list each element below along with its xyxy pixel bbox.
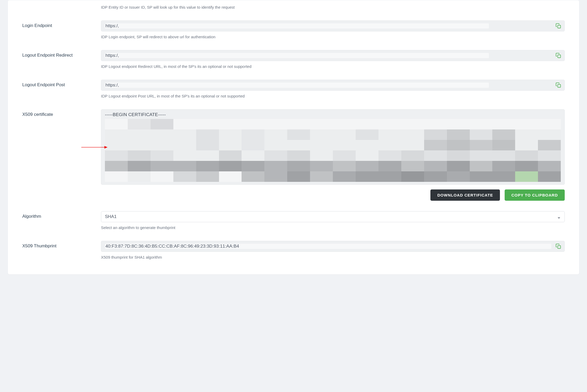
login-endpoint-value: https:/, — [105, 23, 489, 29]
entity-id-help: IDP Entity ID or Issuer ID, SP will look… — [22, 4, 565, 10]
page-background: IDP Entity ID or Issuer ID, SP will look… — [0, 0, 587, 282]
logout-post-value: https:/, — [105, 83, 489, 88]
logout-redirect-help: IDP Logout endpoint Redirect URL, in mos… — [101, 64, 565, 69]
logout-redirect-label: Logout Endpoint Redirect — [22, 50, 101, 58]
logout-post-help: IDP Logout endpoint Post URL, in most of… — [101, 93, 565, 99]
logout-redirect-field: https:/, — [101, 50, 565, 61]
x509-cert-redacted-body — [105, 119, 561, 182]
copy-icon[interactable] — [556, 53, 561, 58]
algorithm-value: SHA1 — [105, 214, 116, 219]
algorithm-select[interactable]: SHA1 — [101, 211, 565, 222]
algorithm-row: Algorithm SHA1 Select an algorithm to ge… — [22, 211, 565, 230]
x509-thumbprint-value: 40:F3:87:7D:8C:36:4D:B5:CC:CB:AF:8C:96:4… — [105, 244, 551, 249]
x509-thumbprint-field: 40:F3:87:7D:8C:36:4D:B5:CC:CB:AF:8C:96:4… — [101, 241, 565, 252]
cert-button-row: DOWNLOAD CERTIFICATE COPY TO CLIPBOARD — [101, 189, 565, 201]
svg-rect-2 — [558, 84, 561, 87]
logout-redirect-row: Logout Endpoint Redirect https:/, IDP Lo… — [22, 50, 565, 69]
x509-cert-header: -----BEGIN CERTIFICATE----- — [105, 112, 561, 117]
chevron-down-icon — [558, 215, 560, 218]
svg-rect-0 — [558, 25, 561, 28]
x509-cert-label: X509 certificate — [22, 109, 101, 117]
x509-cert-field: -----BEGIN CERTIFICATE----- — [101, 109, 565, 185]
copy-icon[interactable] — [556, 243, 561, 249]
algorithm-help: Select an algorithm to generate thumbpri… — [101, 225, 565, 230]
login-endpoint-row: Login Endpoint https:/, IDP Login endpoi… — [22, 20, 565, 40]
logout-redirect-value: https:/, — [105, 53, 489, 58]
x509-thumbprint-help: X509 thumprint for SHA1 algorithm — [101, 254, 565, 260]
login-endpoint-field: https:/, — [101, 20, 565, 31]
copy-icon[interactable] — [556, 82, 561, 88]
copy-icon[interactable] — [556, 23, 561, 29]
login-endpoint-label: Login Endpoint — [22, 20, 101, 28]
x509-thumbprint-label: X509 Thumbprint — [22, 241, 101, 249]
algorithm-label: Algorithm — [22, 211, 101, 219]
logout-post-field: https:/, — [101, 80, 565, 91]
x509-thumbprint-row: X509 Thumbprint 40:F3:87:7D:8C:36:4D:B5:… — [22, 241, 565, 260]
copy-to-clipboard-button[interactable]: COPY TO CLIPBOARD — [505, 189, 565, 201]
svg-rect-1 — [558, 55, 561, 58]
svg-marker-5 — [558, 217, 560, 219]
svg-rect-6 — [558, 246, 561, 248]
download-certificate-button[interactable]: DOWNLOAD CERTIFICATE — [430, 189, 500, 201]
x509-cert-row: X509 certificate -----BEGIN CERTIFICATE-… — [22, 109, 565, 201]
logout-post-label: Logout Endpoint Post — [22, 80, 101, 88]
logout-post-row: Logout Endpoint Post https:/, IDP Logout… — [22, 80, 565, 99]
login-endpoint-help: IDP Login endpoint, SP will redirect to … — [101, 34, 565, 40]
form-card: IDP Entity ID or Issuer ID, SP will look… — [8, 0, 579, 274]
